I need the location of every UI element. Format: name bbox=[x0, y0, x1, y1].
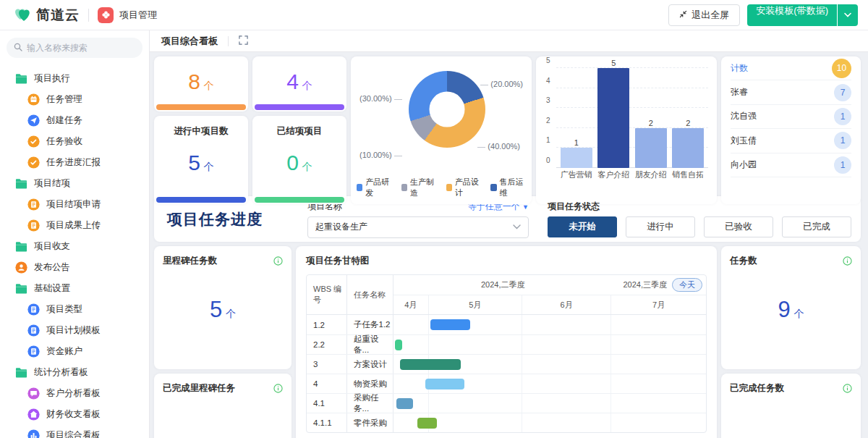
sidebar-item-label: 项目收支 bbox=[34, 240, 70, 253]
status-button-已验收[interactable]: 已验收 bbox=[704, 216, 773, 237]
gantt-month-label: 5月 bbox=[428, 295, 522, 314]
sidebar-item-2[interactable]: 创建任务 bbox=[7, 110, 142, 131]
person-row[interactable]: 刘玉倩 1 bbox=[731, 129, 851, 153]
y-axis-tick: 3 bbox=[546, 96, 550, 104]
legend-swatch bbox=[401, 184, 407, 191]
info-icon[interactable] bbox=[273, 384, 283, 393]
accent-bar bbox=[255, 197, 344, 203]
gantt-bar[interactable] bbox=[417, 418, 437, 429]
info-icon[interactable] bbox=[273, 256, 283, 266]
sidebar-item-label: 任务管理 bbox=[46, 93, 82, 106]
sidebar-item-label: 项目综合看板 bbox=[46, 429, 101, 438]
y-axis-tick: 2 bbox=[546, 116, 550, 124]
count-badge: 10 bbox=[832, 59, 851, 78]
bottom-section: 里程碑任务数 5个 已完成里程碑任务 bbox=[154, 246, 861, 438]
app-name: 项目管理 bbox=[119, 9, 157, 22]
chat-icon bbox=[27, 387, 40, 400]
app-switcher[interactable]: 项目管理 bbox=[98, 7, 157, 23]
legend-item[interactable]: 售后运维 bbox=[490, 177, 526, 198]
x-axis-label: 朋友介绍 bbox=[635, 169, 667, 180]
legend-swatch bbox=[357, 184, 362, 191]
gantt-month-label: 4月 bbox=[393, 295, 428, 314]
doc-icon bbox=[27, 219, 40, 232]
chevron-down-icon bbox=[513, 224, 521, 229]
sidebar-search[interactable] bbox=[7, 38, 142, 58]
sidebar-item-6[interactable]: 项目结项申请 bbox=[7, 194, 142, 215]
bar-朋友介绍[interactable]: 2 朋友介绍 bbox=[633, 119, 669, 168]
count-badge: 1 bbox=[834, 132, 851, 149]
sidebar-item-label: 发布公告 bbox=[34, 261, 70, 274]
gantt-bar[interactable] bbox=[425, 379, 464, 389]
gantt-bar[interactable] bbox=[396, 398, 413, 409]
fullscreen-expand-icon[interactable] bbox=[239, 35, 248, 48]
sidebar-item-3[interactable]: 任务验收 bbox=[7, 131, 142, 152]
stat-card-secondary: 4个 bbox=[252, 56, 346, 111]
accent-bar bbox=[255, 104, 344, 110]
person-row[interactable]: 向小园 1 bbox=[731, 153, 851, 177]
install-template-button[interactable]: 安装模板(带数据) bbox=[747, 4, 858, 26]
gantt-task-cell: 子任务1.2 bbox=[347, 315, 393, 334]
project-name-select[interactable]: 起重设备生产 bbox=[307, 216, 529, 238]
bar-销售自拓[interactable]: 2 销售自拓 bbox=[670, 119, 706, 168]
sidebar-item-15[interactable]: 客户分析看板 bbox=[7, 383, 142, 404]
search-input[interactable] bbox=[27, 43, 128, 53]
gantt-wbs-header: WBS 编号 bbox=[307, 275, 347, 314]
count-badge: 1 bbox=[834, 108, 851, 125]
legend-item[interactable]: 生产制造 bbox=[401, 177, 437, 198]
sidebar-item-7[interactable]: 项目成果上传 bbox=[7, 215, 142, 236]
bar-客户介绍[interactable]: 5 客户介绍 bbox=[595, 59, 631, 168]
count-header-row[interactable]: 计数 10 bbox=[731, 56, 851, 80]
calendar-icon bbox=[27, 93, 40, 106]
sidebar-item-8[interactable]: 项目收支 bbox=[7, 236, 142, 257]
sidebar-item-5[interactable]: 项目结项 bbox=[7, 173, 142, 194]
gantt-month-label: 6月 bbox=[522, 295, 610, 314]
folder-icon bbox=[15, 241, 27, 252]
gantt-task-cell: 起重设备... bbox=[347, 335, 393, 354]
chevron-down-icon[interactable] bbox=[838, 4, 858, 26]
status-button-未开始[interactable]: 未开始 bbox=[548, 216, 617, 237]
status-label: 项目任务状态 bbox=[548, 201, 851, 213]
sidebar-item-12[interactable]: 项目计划模板 bbox=[7, 320, 142, 341]
sidebar-item-11[interactable]: 项目类型 bbox=[7, 299, 142, 320]
sidebar-menu: 项目执行任务管理创建任务任务验收任务进度汇报项目结项项目结项申请项目成果上传项目… bbox=[7, 68, 142, 438]
dashboard-tab-title[interactable]: 项目综合看板 bbox=[161, 35, 218, 48]
badge-check-icon bbox=[27, 156, 40, 169]
gantt-task-cell: 采购任务... bbox=[347, 394, 393, 413]
person-row[interactable]: 张睿 7 bbox=[731, 80, 851, 104]
sidebar-item-16[interactable]: 财务收支看板 bbox=[7, 404, 142, 425]
gantt-bar[interactable] bbox=[430, 319, 469, 330]
doc-icon bbox=[27, 303, 40, 316]
bar-value: 5 bbox=[611, 59, 616, 67]
legend-item[interactable]: 产品研发 bbox=[357, 177, 392, 198]
sidebar-item-4[interactable]: 任务进度汇报 bbox=[7, 152, 142, 173]
sidebar-item-label: 任务验收 bbox=[46, 135, 82, 148]
gantt-row: 4 物资采购 bbox=[307, 374, 706, 393]
status-button-已完成[interactable]: 已完成 bbox=[782, 216, 851, 237]
sidebar-item-13[interactable]: 资金账户 bbox=[7, 341, 142, 362]
sidebar-item-1[interactable]: 任务管理 bbox=[7, 89, 142, 110]
gantt-bar[interactable] bbox=[395, 340, 402, 350]
doc-icon bbox=[27, 345, 40, 358]
legend-item[interactable]: 产品设计 bbox=[446, 177, 482, 198]
exit-fullscreen-button[interactable]: 退出全屏 bbox=[668, 4, 740, 26]
today-button[interactable]: 今天 bbox=[672, 278, 702, 292]
gantt-task-cell: 物资采购 bbox=[347, 374, 393, 393]
info-icon[interactable] bbox=[843, 384, 852, 393]
send-icon bbox=[27, 114, 40, 127]
sidebar-item-14[interactable]: 统计分析看板 bbox=[7, 362, 142, 383]
logo: 简道云 bbox=[13, 5, 80, 25]
bar-广告营销[interactable]: 1 广告营销 bbox=[558, 138, 595, 168]
person-row[interactable]: 沈自强 1 bbox=[731, 105, 851, 129]
gantt-row: 1.2 子任务1.2 bbox=[307, 315, 706, 334]
sidebar-item-label: 创建任务 bbox=[46, 114, 82, 127]
sidebar-item-10[interactable]: 基础设置 bbox=[7, 278, 142, 299]
sidebar-item-label: 统计分析看板 bbox=[34, 366, 88, 379]
gantt-wbs-cell: 1.2 bbox=[307, 315, 347, 334]
gantt-bar[interactable] bbox=[400, 359, 461, 370]
sidebar-item-9[interactable]: 发布公告 bbox=[7, 257, 142, 278]
sidebar-item-17[interactable]: 项目综合看板 bbox=[7, 425, 142, 438]
app-icon bbox=[98, 7, 114, 23]
sidebar-item-0[interactable]: 项目执行 bbox=[7, 68, 142, 89]
info-icon[interactable] bbox=[843, 256, 852, 266]
status-button-进行中[interactable]: 进行中 bbox=[626, 216, 695, 237]
